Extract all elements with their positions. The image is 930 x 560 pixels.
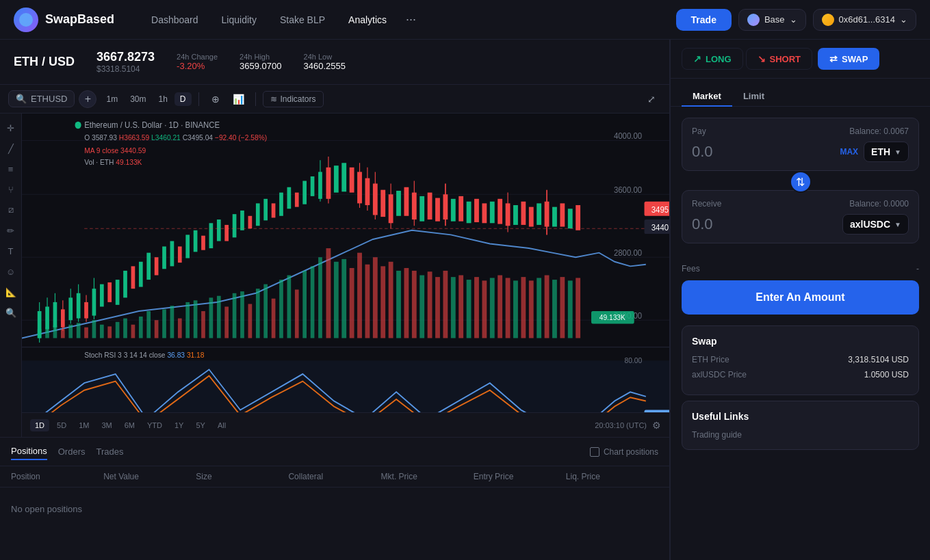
price-usd: $3318.5104	[96, 64, 155, 74]
low-value: 3460.2555	[304, 61, 346, 71]
svg-text:3600.00: 3600.00	[614, 185, 642, 195]
range-ytd[interactable]: YTD	[142, 419, 167, 431]
trade-button[interactable]: Trade	[676, 9, 732, 31]
nav-stake-blp[interactable]: Stake BLP	[270, 10, 335, 30]
tab-limit[interactable]: Limit	[732, 87, 775, 107]
svg-rect-126	[217, 296, 221, 338]
long-button[interactable]: ↗ LONG	[682, 48, 743, 70]
add-symbol-button[interactable]: +	[79, 90, 96, 108]
header-right: Trade Base ⌄ 0x6d61...6314 ⌄	[676, 9, 916, 31]
swap-arrow-button[interactable]: ⇅	[790, 171, 812, 193]
svg-rect-164	[513, 280, 518, 338]
tab-market[interactable]: Market	[682, 87, 732, 107]
svg-rect-166	[529, 280, 534, 338]
wallet-address: 0x6d61...6314	[839, 14, 895, 25]
col-mkt-price: Mkt. Price	[381, 472, 474, 481]
range-1y[interactable]: 1Y	[170, 419, 188, 431]
tab-positions[interactable]: Positions	[11, 443, 47, 460]
range-5y[interactable]: 5Y	[191, 419, 209, 431]
eth-price-row: ETH Price 3,318.5104 USD	[692, 355, 909, 364]
svg-rect-122	[185, 302, 190, 338]
bar-type-selector[interactable]: 📊	[229, 90, 248, 109]
main: ETH / USD 3667.8273 $3318.5104 24h Chang…	[0, 40, 930, 560]
wallet-selector[interactable]: 0x6d61...6314 ⌄	[813, 9, 916, 31]
svg-rect-148	[389, 262, 393, 338]
nav-analytics[interactable]: Analytics	[339, 10, 396, 30]
svg-rect-143	[350, 268, 354, 338]
col-collateral: Collateral	[288, 472, 380, 481]
nav-more-icon[interactable]: ···	[400, 10, 422, 30]
header: SwapBased Dashboard Liquidity Stake BLP …	[0, 0, 930, 40]
svg-rect-107	[68, 325, 73, 338]
receive-token-selector[interactable]: axlUSDC ▼	[842, 214, 909, 235]
high-value: 3659.0700	[240, 61, 281, 71]
svg-rect-136	[295, 290, 299, 338]
svg-point-176	[75, 122, 81, 129]
pay-token-selector[interactable]: ETH ▼	[864, 142, 909, 162]
expand-chart-button[interactable]: ⤢	[642, 91, 661, 107]
svg-rect-32	[146, 253, 151, 280]
tab-orders[interactable]: Orders	[58, 444, 86, 459]
timeframe-30m[interactable]: 30m	[125, 92, 151, 106]
eth-price-value: 3,318.5104 USD	[848, 355, 909, 364]
svg-rect-111	[100, 325, 104, 338]
zoom-tool-btn[interactable]: 🔍	[2, 304, 20, 321]
chart-positions-toggle[interactable]: Chart positions	[590, 447, 658, 457]
chart-container: ✛ ╱ ≡ ⑂ ⧄ ✏ T ☺ 📐 🔍	[0, 114, 669, 437]
emoji-tool-btn[interactable]: ☺	[2, 263, 20, 280]
fork-tool-btn[interactable]: ⑂	[2, 181, 20, 198]
pay-amount[interactable]: 0.0	[692, 143, 713, 161]
trading-guide-link[interactable]: Trading guide	[692, 430, 909, 440]
crosshair-tool[interactable]: ⊕	[206, 90, 225, 109]
nav-liquidity[interactable]: Liquidity	[212, 10, 266, 30]
nav-dashboard[interactable]: Dashboard	[142, 10, 208, 30]
pencil-tool-btn[interactable]: ✏	[2, 222, 20, 239]
svg-rect-163	[506, 278, 511, 338]
col-entry-price: Entry Price	[474, 472, 566, 481]
multi-line-tool-btn[interactable]: ≡	[2, 160, 20, 178]
network-icon	[747, 14, 760, 26]
channel-tool-btn[interactable]: ⧄	[2, 201, 20, 219]
svg-rect-172	[576, 278, 580, 338]
svg-rect-116	[139, 317, 143, 338]
svg-rect-51	[295, 193, 299, 207]
indicators-button[interactable]: ≋ Indicators	[263, 91, 324, 107]
svg-rect-48	[272, 203, 276, 217]
svg-rect-39	[201, 236, 205, 250]
range-6m[interactable]: 6M	[120, 419, 140, 431]
svg-rect-114	[123, 319, 127, 338]
checkbox-icon	[590, 447, 599, 457]
measure-tool-btn[interactable]: 📐	[2, 283, 20, 301]
receive-amount[interactable]: 0.0	[692, 215, 713, 233]
range-1d[interactable]: 1D	[30, 419, 49, 431]
max-button[interactable]: MAX	[840, 147, 858, 157]
line-tool-btn[interactable]: ╱	[2, 139, 20, 157]
svg-rect-31	[139, 262, 143, 287]
timeframe-1m[interactable]: 1m	[101, 92, 123, 106]
range-3m[interactable]: 3M	[96, 419, 116, 431]
range-all[interactable]: All	[213, 419, 231, 431]
network-selector[interactable]: Base ⌄	[738, 9, 806, 31]
svg-rect-37	[185, 235, 190, 258]
tab-trades[interactable]: Trades	[96, 444, 123, 459]
svg-rect-121	[178, 319, 182, 338]
crosshair-tool-btn[interactable]: ✛	[2, 119, 20, 137]
svg-rect-160	[482, 280, 487, 338]
svg-rect-47	[263, 199, 268, 221]
svg-rect-90	[529, 207, 534, 227]
short-button[interactable]: ↘ SHORT	[746, 48, 813, 70]
svg-rect-46	[256, 203, 260, 226]
svg-rect-124	[201, 311, 205, 338]
logo: SwapBased	[14, 8, 114, 32]
symbol-search[interactable]: 🔍 ETHUSD	[8, 90, 75, 107]
text-tool-btn[interactable]: T	[2, 242, 20, 260]
range-5d[interactable]: 5D	[52, 419, 71, 431]
swap-button[interactable]: ⇄ SWAP	[818, 48, 879, 70]
timeframe-1h[interactable]: 1h	[153, 92, 172, 106]
timeframe-1d[interactable]: D	[175, 92, 192, 106]
svg-rect-140	[326, 248, 331, 338]
svg-rect-42	[224, 225, 229, 241]
enter-amount-button[interactable]: Enter An Amount	[682, 280, 919, 315]
settings-icon[interactable]: ⚙	[652, 420, 661, 431]
range-1m[interactable]: 1M	[74, 419, 94, 431]
